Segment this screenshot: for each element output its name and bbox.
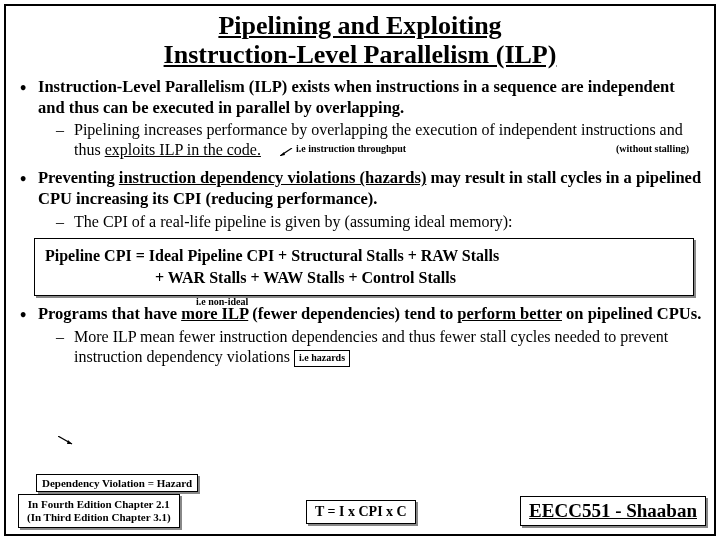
edition-box: In Fourth Edition Chapter 2.1 (In Third … xyxy=(18,494,180,528)
bullet-3-a: Programs that have xyxy=(38,304,181,323)
bullet-3-u1: more ILP xyxy=(181,304,248,323)
arrow-icon-2 xyxy=(58,436,74,446)
title-line-2: Instruction-Level Parallelism (ILP) xyxy=(164,40,557,69)
bullet-2-text-a: Preventing xyxy=(38,168,119,187)
slide-frame: Pipelining and Exploiting Instruction-Le… xyxy=(4,4,716,536)
annot-throughput: i.e instruction throughput xyxy=(296,143,406,154)
annot-stalling: (without stalling) xyxy=(616,143,689,154)
bullet-3-b: (fewer dependencies) tend to xyxy=(248,304,457,323)
tcpi-box: T = I x CPI x C xyxy=(306,500,416,524)
edition-line-2: (In Third Edition Chapter 3.1) xyxy=(27,511,171,524)
bullet-3-u2: perform better xyxy=(457,304,562,323)
slide-title: Pipelining and Exploiting Instruction-Le… xyxy=(16,12,704,69)
bullet-list-2: Programs that have more ILP (fewer depen… xyxy=(16,304,704,367)
bullet-2: Preventing instruction dependency violat… xyxy=(16,168,704,231)
annot-nonideal: i.e non-ideal xyxy=(196,296,248,307)
bullet-3-sub-text: More ILP mean fewer instruction dependen… xyxy=(74,328,668,365)
formula-line-1: Pipeline CPI = Ideal Pipeline CPI + Stru… xyxy=(45,245,683,267)
bullet-2-sub: The CPI of a real-life pipeline is given… xyxy=(38,212,704,232)
svg-marker-3 xyxy=(67,440,72,444)
edition-line-1: In Fourth Edition Chapter 2.1 xyxy=(27,498,171,511)
bullet-3: Programs that have more ILP (fewer depen… xyxy=(16,304,704,367)
bullet-1-text: Instruction-Level Parallelism (ILP) exis… xyxy=(38,77,675,117)
bullet-2-underline: instruction dependency violations (hazar… xyxy=(119,168,427,187)
formula-line-2: + WAR Stalls + WAW Stalls + Control Stal… xyxy=(45,267,683,289)
bullet-2-sub-text: The CPI of a real-life pipeline is given… xyxy=(74,213,513,230)
bullet-1-sub-underline: exploits ILP in the code. xyxy=(105,141,261,158)
title-line-1: Pipelining and Exploiting xyxy=(218,11,501,40)
dependency-hazard-box: Dependency Violation = Hazard xyxy=(36,474,198,492)
course-box: EECC551 - Shaaban xyxy=(520,496,706,526)
bullet-1-sub: Pipelining increases performance by over… xyxy=(38,120,704,160)
cpi-formula-box: Pipeline CPI = Ideal Pipeline CPI + Stru… xyxy=(34,238,694,297)
bullet-3-sub: More ILP mean fewer instruction dependen… xyxy=(38,327,704,367)
course-label: EECC551 - Shaaban xyxy=(529,500,697,521)
bullet-3-c: on pipelined CPUs. xyxy=(562,304,701,323)
bullet-list: Instruction-Level Parallelism (ILP) exis… xyxy=(16,77,704,232)
hazards-inline-note: i.e hazards xyxy=(294,350,350,367)
arrow-icon-1 xyxy=(280,148,294,156)
